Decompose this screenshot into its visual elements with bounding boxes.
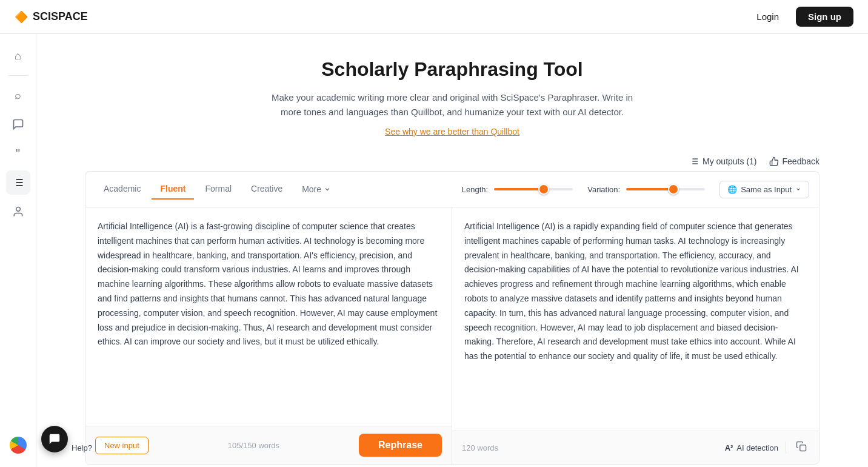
same-as-input-button[interactable]: 🌐 Same as Input	[719, 181, 809, 198]
page-subtitle: Make your academic writing more clear an…	[270, 90, 634, 119]
page-title: Scholarly Paraphrasing Tool	[85, 58, 820, 81]
feedback-button[interactable]: Feedback	[769, 156, 820, 166]
input-panel: Artificial Intelligence (AI) is a fast-g…	[85, 207, 452, 464]
copy-button[interactable]	[793, 438, 809, 457]
my-outputs-label: My outputs (1)	[703, 156, 756, 166]
rephrase-button[interactable]: Rephrase	[359, 434, 442, 457]
chat-icon	[12, 118, 24, 130]
sidebar-divider	[8, 75, 28, 76]
sidebar-item-user[interactable]	[6, 200, 30, 224]
login-button[interactable]: Login	[747, 7, 789, 27]
tab-formal[interactable]: Formal	[196, 179, 240, 200]
list-bullets-icon	[689, 156, 699, 166]
quote-icon: "	[16, 147, 20, 161]
quillbot-comparison-link[interactable]: See why we are better than Quillbot	[385, 127, 519, 136]
variation-slider-thumb[interactable]	[668, 184, 679, 195]
ai-detection-button[interactable]: A² AI detection	[725, 443, 778, 452]
editor-container: Artificial Intelligence (AI) is a fast-g…	[85, 207, 820, 465]
input-footer: New input 105/150 words Rephrase	[85, 426, 452, 464]
sidebar-item-chat[interactable]	[6, 112, 30, 136]
feedback-icon	[769, 156, 779, 166]
sidebar-item-home[interactable]: ⌂	[6, 44, 30, 68]
output-word-count: 120 words	[462, 443, 498, 452]
output-footer: 120 words A² AI detection	[452, 431, 819, 464]
length-label: Length:	[462, 185, 488, 194]
topnav: 🔶 SCISPACE Login Sign up	[0, 0, 868, 34]
input-text[interactable]: Artificial Intelligence (AI) is a fast-g…	[85, 207, 452, 426]
user-icon	[12, 206, 24, 218]
sidebar-item-list[interactable]	[6, 170, 30, 195]
chat-bubble-icon	[48, 432, 61, 446]
more-label: More	[302, 184, 321, 194]
new-input-button[interactable]: New input	[95, 437, 149, 454]
globe-icon: 🌐	[727, 185, 737, 194]
same-as-input-label: Same as Input	[741, 185, 792, 194]
help-chat-bubble[interactable]	[41, 426, 68, 452]
tab-creative[interactable]: Creative	[242, 179, 291, 200]
logo-icon: 🔶	[15, 10, 28, 24]
feedback-label: Feedback	[783, 156, 820, 166]
topnav-actions: Login Sign up	[747, 7, 853, 27]
tabs-container: Academic Fluent Formal Creative More	[95, 179, 339, 200]
svg-rect-13	[800, 445, 806, 451]
input-word-count: 105/150 words	[228, 441, 279, 450]
page-header: Scholarly Paraphrasing Tool Make your ac…	[85, 58, 820, 137]
sidebar: ⌂ ⌕ "	[0, 34, 36, 467]
svg-point-6	[16, 207, 20, 212]
footer-divider	[786, 442, 786, 454]
list-icon	[12, 176, 24, 189]
toolbar: Academic Fluent Formal Creative More Len…	[85, 171, 820, 207]
search-icon: ⌕	[15, 89, 21, 102]
output-panel: Artificial Intelligence (AI) is a rapidl…	[452, 207, 819, 464]
controls-container: Length: Variation: 🌐	[462, 181, 809, 198]
main-content: Scholarly Paraphrasing Tool Make your ac…	[36, 34, 868, 467]
outputs-bar: My outputs (1) Feedback	[85, 156, 820, 166]
brand-name: SCISPACE	[33, 10, 88, 23]
signup-button[interactable]: Sign up	[796, 7, 853, 27]
variation-label: Variation:	[587, 185, 620, 194]
logo[interactable]: 🔶 SCISPACE	[15, 10, 88, 24]
sidebar-item-chrome[interactable]	[6, 433, 30, 457]
chevron-down-icon	[324, 186, 331, 193]
tab-academic[interactable]: Academic	[95, 179, 149, 200]
output-text: Artificial Intelligence (AI) is a rapidl…	[452, 207, 819, 431]
length-control: Length:	[462, 183, 573, 195]
copy-icon	[796, 441, 807, 452]
home-icon: ⌂	[15, 50, 21, 62]
output-footer-right: A² AI detection	[725, 438, 809, 457]
tab-fluent[interactable]: Fluent	[152, 179, 194, 200]
variation-control: Variation:	[587, 183, 705, 195]
chrome-icon	[10, 437, 27, 454]
ai-detection-label: AI detection	[736, 443, 778, 452]
help-label: Help?	[72, 443, 92, 452]
ai-icon: A²	[725, 443, 733, 452]
sidebar-item-search[interactable]: ⌕	[6, 83, 30, 107]
chevron-down-icon	[795, 186, 801, 192]
my-outputs-button[interactable]: My outputs (1)	[689, 156, 756, 166]
length-slider-thumb[interactable]	[538, 184, 549, 195]
tab-more[interactable]: More	[293, 180, 339, 199]
sidebar-item-quote[interactable]: "	[6, 141, 30, 166]
